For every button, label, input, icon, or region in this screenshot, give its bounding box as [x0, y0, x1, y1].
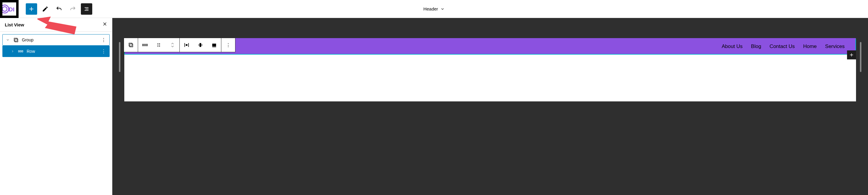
nav-link[interactable]: About Us: [721, 44, 743, 50]
add-block-after-button[interactable]: [847, 50, 856, 59]
justify-icon: [183, 42, 190, 48]
drag-icon: [155, 42, 162, 48]
svg-rect-33: [212, 44, 216, 46]
svg-rect-34: [212, 47, 216, 47]
group-icon: [13, 37, 19, 43]
svg-rect-17: [130, 44, 133, 47]
row-layout-button[interactable]: [138, 38, 152, 52]
editor-canvas: ⋮: [112, 18, 868, 195]
list-item-label: Group: [22, 37, 98, 42]
svg-rect-18: [143, 44, 144, 46]
dots-vertical-icon: ⋮: [226, 42, 230, 48]
chevron-down-icon: [6, 38, 9, 42]
svg-rect-20: [147, 44, 148, 46]
align-button[interactable]: [193, 38, 207, 52]
plus-icon: [849, 52, 854, 58]
drag-handle[interactable]: [152, 38, 166, 52]
svg-rect-28: [186, 44, 187, 46]
block-type-button[interactable]: [124, 38, 138, 52]
svg-point-26: [159, 46, 160, 47]
list-item-group[interactable]: Group ⋮: [2, 34, 110, 46]
template-selector[interactable]: Header: [423, 6, 444, 11]
svg-rect-15: [22, 51, 23, 52]
toolbar-buttons: [26, 3, 92, 15]
close-icon: [102, 22, 107, 26]
move-icon: [169, 42, 176, 48]
svg-rect-19: [144, 44, 146, 46]
canvas-content: ⋮: [124, 38, 856, 102]
sidebar-title: List View: [5, 22, 24, 27]
item-options[interactable]: ⋮: [101, 49, 106, 54]
close-sidebar-button[interactable]: [102, 22, 107, 28]
group-icon: [128, 42, 134, 48]
add-block-button[interactable]: [26, 3, 37, 15]
row-icon: [18, 48, 24, 54]
justify-button[interactable]: [180, 38, 193, 52]
list-item-row[interactable]: Row ⋮: [2, 46, 110, 57]
list-view-button[interactable]: [81, 3, 92, 15]
block-toolbar: ⋮: [124, 38, 236, 52]
chevron-down-icon: [441, 7, 445, 11]
edit-button[interactable]: [39, 3, 51, 15]
svg-text:DI: DI: [9, 6, 14, 12]
svg-point-25: [158, 46, 158, 47]
logo-icon: DI: [2, 2, 16, 16]
svg-point-23: [158, 45, 158, 46]
full-width-icon: [211, 42, 217, 48]
svg-rect-16: [129, 43, 132, 46]
nav-link[interactable]: Home: [803, 44, 816, 50]
nav-link[interactable]: Contact Us: [770, 44, 795, 50]
svg-point-22: [159, 43, 160, 44]
main-area: List View Group ⋮: [0, 18, 868, 195]
top-toolbar: DI Header: [0, 0, 868, 18]
nav-links: About Us Blog Contact Us Home Services: [721, 44, 845, 50]
nav-link[interactable]: Services: [825, 44, 845, 50]
svg-rect-27: [185, 43, 185, 47]
collapse-toggle[interactable]: [6, 38, 10, 42]
svg-rect-30: [198, 45, 203, 45]
svg-rect-14: [20, 51, 21, 52]
list-item-label: Row: [27, 49, 98, 54]
svg-point-21: [158, 43, 158, 44]
site-logo[interactable]: DI: [0, 0, 19, 18]
svg-point-0: [2, 5, 9, 13]
scroll-handle-right[interactable]: [860, 42, 861, 72]
svg-rect-12: [15, 39, 18, 42]
item-options[interactable]: ⋮: [101, 37, 106, 43]
width-button[interactable]: [207, 38, 221, 52]
expand-toggle[interactable]: [10, 50, 15, 53]
template-label: Header: [423, 6, 438, 11]
move-updown-button[interactable]: [166, 38, 179, 52]
more-options-button[interactable]: ⋮: [221, 38, 235, 52]
svg-point-1: [2, 7, 7, 11]
svg-rect-32: [199, 45, 201, 47]
svg-rect-11: [14, 38, 17, 41]
list-view-sidebar: List View Group ⋮: [0, 18, 112, 195]
svg-rect-31: [199, 43, 201, 45]
align-center-icon: [197, 42, 204, 48]
scroll-handle-left[interactable]: [119, 42, 120, 72]
row-icon: [142, 42, 148, 48]
svg-point-24: [159, 45, 160, 46]
svg-rect-29: [188, 43, 189, 47]
nav-link[interactable]: Blog: [751, 44, 761, 50]
svg-rect-13: [19, 51, 20, 52]
undo-button[interactable]: [53, 3, 65, 15]
list-view-body: Group ⋮ Row ⋮: [0, 32, 112, 59]
redo-button[interactable]: [67, 3, 79, 15]
chevron-right-icon: [11, 50, 14, 53]
sidebar-header: List View: [0, 18, 112, 32]
